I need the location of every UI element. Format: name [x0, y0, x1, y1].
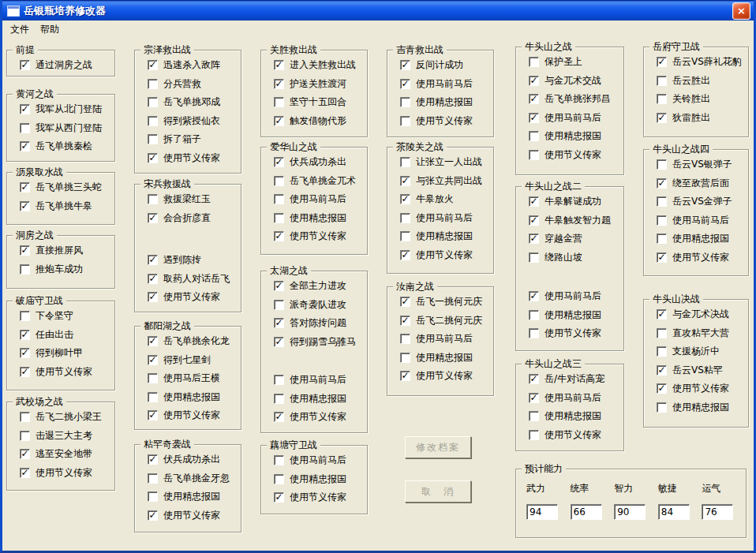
checkbox-item[interactable]: 岳飞单挑金牙忽 — [135, 469, 241, 488]
checkbox-unchecked[interactable] — [657, 215, 667, 226]
checkbox-item[interactable]: 使用马前马后 — [516, 287, 623, 306]
checkbox-item[interactable]: 使用节义传家 — [7, 363, 114, 382]
checkbox-unchecked[interactable] — [657, 346, 667, 357]
checkbox-checked[interactable] — [20, 182, 30, 192]
checkbox-checked[interactable] — [657, 113, 667, 123]
checkbox-unchecked[interactable] — [148, 491, 158, 502]
checkbox-checked[interactable] — [20, 449, 30, 459]
checkbox-item[interactable]: 使用节义传家 — [135, 406, 241, 425]
checkbox-item[interactable]: 支援杨沂中 — [644, 342, 748, 361]
checkbox-checked[interactable] — [400, 194, 410, 204]
checkbox-unchecked[interactable] — [20, 412, 30, 422]
checkbox-item[interactable]: 岳飞一挑何元庆 — [387, 293, 493, 312]
checkbox-unchecked[interactable] — [400, 334, 410, 344]
checkbox-item[interactable]: 狄雷胜出 — [644, 109, 748, 128]
checkbox-item[interactable]: 派奇袭队进攻 — [261, 296, 367, 315]
checkbox-checked[interactable] — [148, 153, 158, 163]
checkbox-item[interactable]: 岳云VS薛礼花豹 — [644, 53, 748, 72]
stat-input[interactable] — [702, 504, 733, 520]
checkbox-unchecked[interactable] — [529, 131, 539, 141]
checkbox-checked[interactable] — [20, 468, 30, 478]
checkbox-item[interactable]: 使用马前马后 — [387, 209, 493, 228]
checkbox-item[interactable]: 使用精忠报国 — [387, 93, 493, 112]
checkbox-item[interactable]: 使用马前马后 — [261, 371, 367, 390]
stat-input[interactable] — [658, 504, 690, 520]
checkbox-unchecked[interactable] — [400, 213, 410, 223]
checkbox-unchecked[interactable] — [400, 116, 410, 126]
checkbox-unchecked[interactable] — [148, 194, 158, 204]
checkbox-item[interactable]: 使用节义传家 — [7, 464, 114, 483]
checkbox-checked[interactable] — [274, 157, 284, 167]
checkbox-checked[interactable] — [20, 245, 30, 256]
checkbox-item[interactable]: 与金兀术决战 — [644, 305, 748, 324]
checkbox-item[interactable]: 岳云VS金弹子 — [644, 192, 748, 211]
checkbox-unchecked[interactable] — [274, 474, 284, 484]
checkbox-item[interactable]: 关铃胜出 — [644, 90, 748, 109]
checkbox-checked[interactable] — [529, 393, 539, 403]
checkbox-checked[interactable] — [20, 104, 30, 114]
checkbox-item[interactable]: 岳云VS粘罕 — [644, 361, 748, 380]
checkbox-unchecked[interactable] — [657, 402, 667, 413]
checkbox-item[interactable]: 岳飞单挑张邦昌 — [516, 90, 623, 109]
checkbox-item[interactable]: 触发借物代形 — [261, 112, 367, 131]
checkbox-item[interactable]: 使用节义传家 — [516, 146, 623, 165]
stat-input[interactable] — [614, 504, 646, 520]
checkbox-unchecked[interactable] — [657, 328, 667, 338]
checkbox-checked[interactable] — [274, 412, 284, 422]
close-button[interactable]: × — [732, 2, 750, 20]
checkbox-item[interactable]: 使用马前马后 — [644, 211, 748, 230]
checkbox-item[interactable]: 牛皋触发智力题 — [516, 211, 623, 230]
checkbox-checked[interactable] — [529, 234, 539, 244]
checkbox-item[interactable]: 坚守十五回合 — [261, 93, 367, 112]
checkbox-item[interactable]: 与张立共同出战 — [387, 172, 493, 191]
checkbox-item[interactable]: 使用精忠报国 — [644, 230, 748, 248]
checkbox-checked[interactable] — [657, 178, 667, 189]
checkbox-checked[interactable] — [20, 60, 30, 70]
checkbox-item[interactable]: 使用精忠报国 — [261, 209, 367, 228]
checkbox-unchecked[interactable] — [274, 213, 284, 223]
cancel-button[interactable]: 取 消 — [405, 480, 471, 503]
checkbox-checked[interactable] — [657, 365, 667, 376]
checkbox-unchecked[interactable] — [529, 430, 539, 440]
checkbox-item[interactable]: 岳飞二挑小梁王 — [7, 408, 114, 427]
checkbox-item[interactable]: 牛皋放火 — [387, 190, 493, 209]
stat-input[interactable] — [571, 504, 602, 520]
checkbox-unchecked[interactable] — [657, 94, 667, 104]
checkbox-item[interactable]: 使用节义传家 — [261, 488, 367, 507]
checkbox-item[interactable]: 使用马后王横 — [135, 369, 241, 388]
checkbox-item[interactable]: 使用精忠报国 — [516, 407, 623, 426]
checkbox-item[interactable]: 岳/牛对话高宠 — [516, 370, 623, 389]
checkbox-checked[interactable] — [274, 231, 284, 241]
checkbox-checked[interactable] — [657, 57, 667, 67]
checkbox-item[interactable]: 使用马前马后 — [261, 451, 367, 470]
checkbox-checked[interactable] — [148, 255, 158, 265]
checkbox-item[interactable]: 迅速杀入敌阵 — [135, 56, 241, 75]
checkbox-item[interactable]: 使用节义传家 — [387, 367, 493, 386]
checkbox-checked[interactable] — [148, 336, 158, 346]
checkbox-unchecked[interactable] — [148, 97, 158, 107]
checkbox-unchecked[interactable] — [400, 231, 410, 241]
checkbox-item[interactable]: 使用精忠报国 — [387, 349, 493, 368]
checkbox-unchecked[interactable] — [529, 310, 539, 320]
checkbox-checked[interactable] — [657, 309, 667, 319]
checkbox-unchecked[interactable] — [20, 264, 30, 275]
checkbox-checked[interactable] — [529, 291, 539, 301]
checkbox-item[interactable]: 使用马前马后 — [261, 190, 367, 209]
menu-file[interactable]: 文件 — [5, 21, 35, 38]
checkbox-item[interactable]: 岳云胜出 — [644, 72, 748, 91]
checkbox-unchecked[interactable] — [274, 300, 284, 310]
checkbox-item[interactable]: 直接推屏风 — [7, 241, 114, 260]
checkbox-checked[interactable] — [148, 292, 158, 302]
checkbox-unchecked[interactable] — [148, 392, 158, 402]
checkbox-unchecked[interactable] — [529, 252, 539, 263]
checkbox-checked[interactable] — [529, 215, 539, 226]
checkbox-item[interactable]: 使用精忠报国 — [644, 398, 748, 417]
checkbox-unchecked[interactable] — [148, 373, 158, 383]
checkbox-checked[interactable] — [274, 318, 284, 328]
checkbox-checked[interactable] — [400, 250, 410, 260]
checkbox-checked[interactable] — [657, 252, 667, 263]
checkbox-item[interactable]: 让张立一人出战 — [387, 153, 493, 172]
checkbox-unchecked[interactable] — [657, 76, 667, 86]
checkbox-unchecked[interactable] — [657, 159, 667, 170]
checkbox-checked[interactable] — [148, 274, 158, 284]
